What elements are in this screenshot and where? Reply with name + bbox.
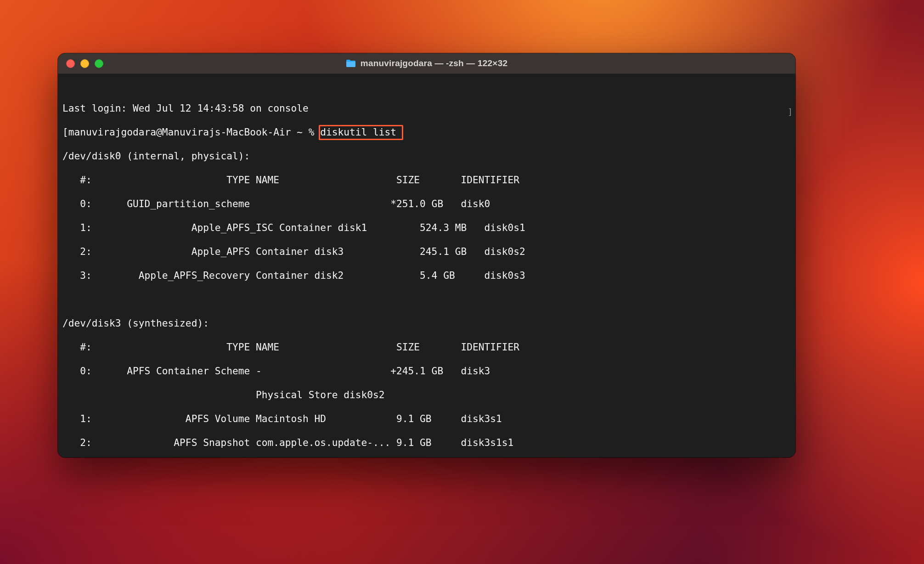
disk3-header: /dev/disk3 (synthesized): [62, 317, 209, 329]
folder-icon [346, 59, 356, 68]
table-row: 2: APFS Snapshot com.apple.os.update-...… [62, 437, 513, 448]
window-title: manuvirajgodara — -zsh — 122×32 [361, 58, 507, 68]
window-controls [58, 59, 103, 68]
window-titlebar[interactable]: manuvirajgodara — -zsh — 122×32 [58, 53, 795, 74]
desktop-wallpaper: manuvirajgodara — -zsh — 122×32 ] Last l… [0, 0, 924, 564]
minimize-button[interactable] [80, 59, 89, 68]
table-row: 0: GUID_partition_scheme *251.0 GB disk0 [62, 198, 490, 209]
close-button[interactable] [66, 59, 75, 68]
table-row: Physical Store disk0s2 [62, 389, 385, 400]
table-row: 2: Apple_APFS Container disk3 245.1 GB d… [62, 246, 525, 257]
table-row: 3: Apple_APFS_Recovery Container disk2 5… [62, 270, 525, 281]
last-login-line: Last login: Wed Jul 12 14:43:58 on conso… [62, 102, 309, 114]
zoom-button[interactable] [95, 59, 103, 68]
terminal-window: manuvirajgodara — -zsh — 122×32 ] Last l… [58, 53, 795, 457]
table-row: 1: Apple_APFS_ISC Container disk1 524.3 … [62, 222, 525, 233]
highlight-box-1 [319, 125, 403, 140]
disk0-header: /dev/disk0 (internal, physical): [62, 150, 250, 162]
terminal-content[interactable]: ] Last login: Wed Jul 12 14:43:58 on con… [58, 74, 795, 457]
table-row: 0: APFS Container Scheme - +245.1 GB dis… [62, 365, 490, 377]
column-header: #: TYPE NAME SIZE IDENTIFIER [62, 174, 519, 186]
column-header: #: TYPE NAME SIZE IDENTIFIER [62, 341, 519, 353]
prompt-line-1: [manuvirajgodara@Manuvirajs-MacBook-Air … [62, 126, 791, 138]
table-row: 1: APFS Volume Macintosh HD 9.1 GB disk3… [62, 413, 502, 424]
